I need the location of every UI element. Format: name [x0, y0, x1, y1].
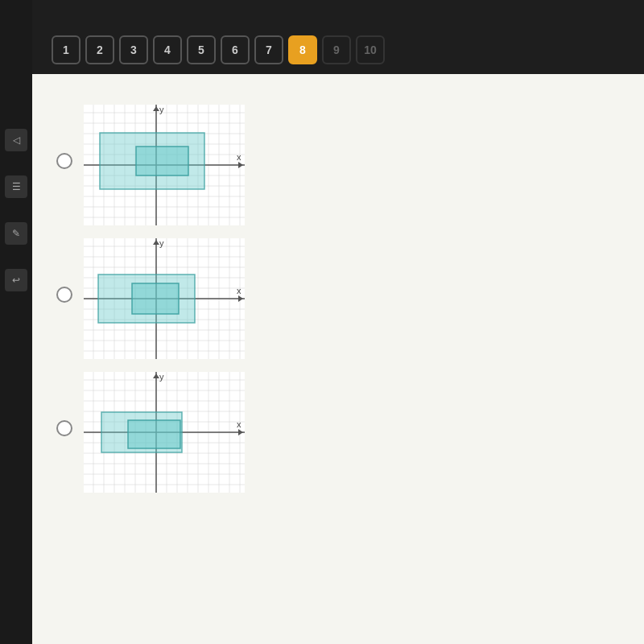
sidebar-icon-3[interactable]: ✎	[5, 222, 27, 245]
question-btn-3[interactable]: 3	[119, 35, 148, 64]
question-btn-1[interactable]: 1	[52, 35, 80, 64]
option-b-radio[interactable]	[56, 287, 72, 303]
sidebar-icon-4[interactable]: ↩	[5, 269, 27, 291]
question-btn-7[interactable]: 7	[254, 35, 283, 64]
sidebar-icon-1[interactable]: ◁	[5, 129, 27, 151]
option-c-row	[56, 372, 620, 493]
question-btn-8[interactable]: 8	[288, 35, 317, 64]
question-btn-5[interactable]: 5	[187, 35, 216, 64]
sidebar-icon-2[interactable]: ☰	[5, 175, 27, 198]
option-b-row	[56, 238, 620, 359]
screen: ◁ ☰ ✎ ↩ 12345678910	[0, 0, 644, 644]
option-c-radio[interactable]	[56, 420, 72, 436]
question-btn-6[interactable]: 6	[221, 35, 250, 64]
options-list	[56, 105, 620, 493]
question-numbers-bar: 12345678910	[32, 26, 644, 74]
content-area: 12345678910	[32, 0, 644, 644]
question-btn-2[interactable]: 2	[85, 35, 114, 64]
question-btn-10[interactable]: 10	[356, 35, 385, 64]
graph-c[interactable]	[84, 372, 245, 493]
question-btn-4[interactable]: 4	[153, 35, 182, 64]
main-content	[32, 74, 644, 573]
option-a-radio[interactable]	[56, 153, 72, 169]
graph-a[interactable]	[84, 105, 245, 225]
graph-b[interactable]	[84, 238, 245, 359]
header	[32, 0, 644, 26]
left-sidebar: ◁ ☰ ✎ ↩	[0, 0, 32, 644]
question-btn-9[interactable]: 9	[322, 35, 351, 64]
option-a-row	[56, 105, 620, 225]
